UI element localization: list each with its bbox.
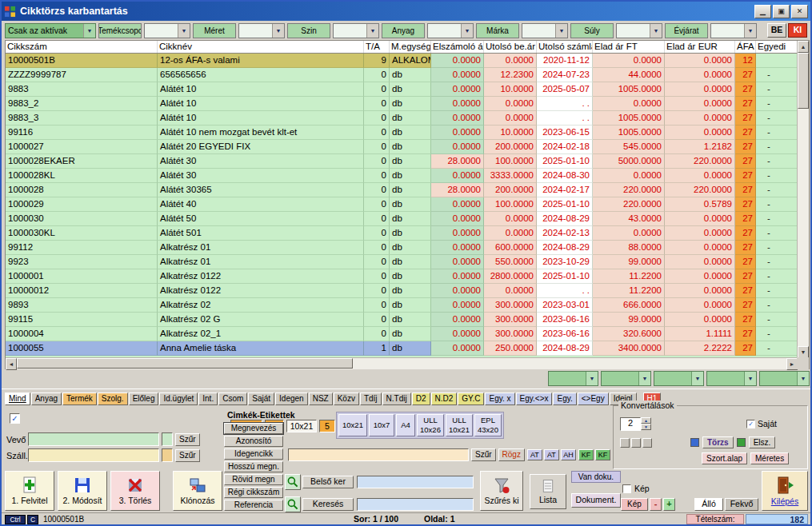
conversion-spinner-value[interactable]: 2 [620,417,641,431]
vertical-scroll-thumb[interactable] [798,53,809,109]
table-row[interactable]: 1000001Alkatrész 01220db0.00002800.00002… [6,269,798,284]
spinner-down-icon[interactable]: ▼ [641,424,651,430]
quick-filter-combo[interactable]: ▼ [759,371,810,386]
active-items-checkbox[interactable]: ✓ [10,413,20,424]
scroll-up-icon[interactable]: ▲ [798,41,809,53]
filter-combo-anyag[interactable]: ▼ [427,23,474,38]
elsz-button[interactable]: Elsz. [749,436,776,448]
ki-button[interactable]: KI [788,23,807,38]
table-row[interactable]: 1000027Alátét 20 EGYEDI FIX0db0.0000200.… [6,140,798,154]
tab-id-gylet[interactable]: Id.ügylet [159,393,198,405]
table-row[interactable]: 1000004Alkatrész 02_10db0.0000300.000020… [6,327,798,341]
supplier-mini-field[interactable] [162,448,173,462]
tab-n-tdij[interactable]: N.Tdij [382,393,411,405]
image-checkbox[interactable] [622,484,631,493]
exit-button[interactable]: Kilépés [762,471,808,511]
table-row[interactable]: 1000030KLAlátét 5010db0.00000.00002024-0… [6,226,798,241]
tab-egy[interactable]: Egy. [553,393,576,405]
close-button[interactable]: ✕ [791,5,808,18]
table-row[interactable]: 99115Alkatrész 02 G0db0.0000300.00002023… [6,313,798,327]
landscape-button[interactable]: Fekvő [725,498,758,511]
portrait-button[interactable]: Álló [694,498,723,511]
document-button[interactable]: Dokument. [571,493,621,508]
table-row[interactable]: 1000029Alátét 400db0.0000100.00002025-01… [6,197,798,212]
column-header-cikkn-v[interactable]: Cikknév [158,41,364,53]
table-row[interactable]: 1000028EKAERAlátét 300db28.0000100.00002… [6,154,798,169]
chevron-down-icon[interactable]: ▼ [272,24,284,38]
internal-search-icon-button[interactable] [285,474,301,490]
chevron-down-icon[interactable]: ▼ [178,24,190,38]
label-field[interactable]: 5 [319,420,335,432]
label-format-ull-10x21[interactable]: ULL 10x21 [446,414,473,436]
conversion-slot[interactable] [642,438,652,448]
list-button[interactable]: Lista [530,474,566,509]
column-header-t-a[interactable]: T/A [364,41,390,53]
flag-at[interactable]: AT [527,449,542,460]
torzs-button[interactable]: Törzs [702,436,734,448]
modify-button[interactable]: 2. Módosít [58,471,107,511]
search-input[interactable] [357,498,474,511]
column-header-elad-r-ft[interactable]: Elad ár FT [593,41,665,53]
mode-button-hossz-megn[interactable]: Hosszú megn. [224,461,283,472]
table-row[interactable]: 99116Alátét 10 nem mozgat bevét klt-et0d… [6,126,798,140]
chevron-down-icon[interactable]: ▼ [83,24,95,38]
label-format-10x21[interactable]: 10x21 [338,414,367,436]
filter-combo-s-ly[interactable]: ▼ [616,23,662,38]
tab-n-d2[interactable]: N.D2 [431,393,458,405]
tab-el-leg[interactable]: Előleg [129,393,159,405]
horizontal-scrollbar[interactable]: ◄ ► [6,357,798,369]
tab-egy-x[interactable]: Egy. x [485,393,514,405]
tab-egy-x[interactable]: Egy.<>x [516,393,553,405]
image-option[interactable]: Kép [622,484,650,493]
chevron-down-icon[interactable]: ▼ [555,24,567,38]
tab-k-zv[interactable]: Közv [334,393,359,405]
conversion-slot[interactable] [620,438,630,448]
tab-term-k[interactable]: Termék [62,393,97,405]
label-field[interactable]: 10x21 [286,420,317,432]
label-format-10x7[interactable]: 10x7 [369,414,394,436]
filter-text-input[interactable] [288,448,469,461]
column-header-utols-sz-ml-n[interactable]: Utolsó számlán [537,41,593,53]
label-format-a4[interactable]: A4 [396,414,415,436]
filter-combo-m-rka[interactable]: ▼ [522,23,568,38]
internal-search-input[interactable] [357,476,474,488]
table-row[interactable]: 1000028Alátét 303650db28.0000200.0000202… [6,183,798,197]
label-format-ull-10x26[interactable]: ULL 10x26 [417,414,444,436]
image-add-button[interactable]: + [663,498,675,511]
column-header-m-egys-g[interactable]: M.egység [390,41,431,53]
chevron-down-icon[interactable]: ▼ [366,24,378,38]
customer-mini-field[interactable] [162,432,173,446]
table-row[interactable]: 9883Alátét 100db0.000010.00002025-05-071… [6,82,798,97]
tab-saj-t[interactable]: Saját [248,393,274,405]
scroll-left-icon[interactable]: ◄ [6,358,17,370]
vertical-scrollbar[interactable]: ▲ ▼ [797,41,809,358]
table-row[interactable]: ZZZZ99997876565656560db0.000012.23002024… [6,68,798,82]
spinner-up-icon[interactable]: ▲ [641,417,651,424]
image-button[interactable]: Kép [621,498,648,511]
be-button[interactable]: BE [767,23,786,38]
filter-combo-m-ret[interactable]: ▼ [238,23,285,38]
table-row[interactable]: 9883_2Alátét 100db0.00000.0000. .0.00000… [6,97,798,111]
column-header-utols-be-r[interactable]: Utolsó be.ár [484,41,537,53]
chevron-down-icon[interactable]: ▼ [638,372,650,385]
chevron-down-icon[interactable]: ▼ [744,24,756,38]
tab-int[interactable]: Int. [198,393,218,405]
column-header-fa[interactable]: ÁFA [735,41,756,53]
label-format-epl-43x20[interactable]: EPL 43x20 [474,414,502,436]
customer-filter-button[interactable]: Szűr [175,433,200,446]
chevron-down-icon[interactable]: ▼ [797,372,809,385]
tab-d2[interactable]: D2 [412,393,430,405]
filter-combo-vj-rat[interactable]: ▼ [710,23,757,38]
filter-combo-szin[interactable]: ▼ [333,23,379,38]
image-remove-button[interactable]: - [650,498,662,511]
flag-at[interactable]: AT [544,449,559,460]
add-button[interactable]: 1. Felvitel [5,471,54,511]
chevron-down-icon[interactable]: ▼ [650,24,662,38]
column-header-elsz-mol-r[interactable]: Elszámoló ár [431,41,484,53]
mode-button-r-gi-cikksz-m[interactable]: Régi cikkszám [224,487,283,498]
table-row[interactable]: 1000055Anna Amelie táska1db0.0000250.000… [6,341,798,356]
filter-button[interactable]: Szűr [471,448,496,461]
search-button[interactable]: Keresés [302,498,354,511]
tab-idegen[interactable]: Idegen [275,393,308,405]
filter-off-button[interactable]: Szűrés ki [480,471,523,511]
